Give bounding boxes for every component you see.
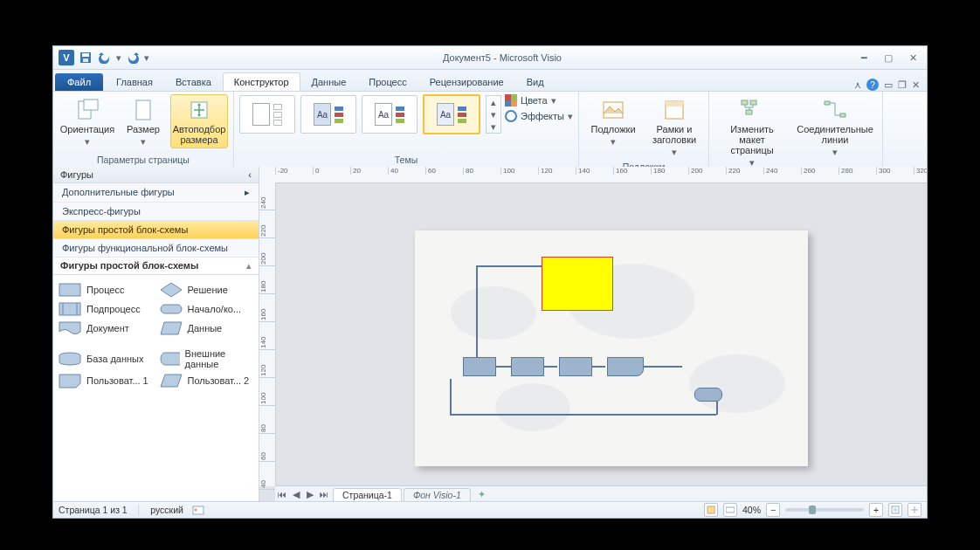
autosize-icon [187,98,211,122]
crossfunc-flowchart-item[interactable]: Фигуры функциональной блок-схемы [53,239,259,258]
size-label: Размер [127,124,160,134]
svg-rect-33 [707,506,714,513]
shape-custom2[interactable]: Пользоват... 2 [160,373,254,388]
tab-home[interactable]: Главная [105,72,164,91]
group-themes: Aa Aa Aa ▴▾▾ Цвета ▾ Эффекты ▾ [234,92,579,167]
theme-item-1[interactable] [239,95,295,134]
orientation-button[interactable]: Ориентация▾ [59,94,116,150]
ruler-corner [259,167,276,183]
backgrounds-button[interactable]: Подложки▾ [584,94,642,150]
svg-rect-15 [666,101,683,107]
svg-point-12 [506,111,516,121]
theme-gallery-scroll[interactable]: ▴▾▾ [486,95,501,134]
svg-marker-29 [59,375,80,388]
maximize-button[interactable]: ▢ [880,52,897,64]
tab-design[interactable]: Конструктор [223,72,300,91]
effects-label: Эффекты [521,111,564,121]
size-icon [131,98,155,122]
page-nav-last-icon[interactable]: ⏭ [317,489,331,499]
drawing-canvas[interactable] [275,182,927,486]
shape-custom1[interactable]: Пользоват... 1 [59,373,153,388]
relayout-button[interactable]: Изменить макет страницы▾ [714,94,790,171]
stencil-scroll-up-icon[interactable]: ▴ [246,260,252,272]
status-language[interactable]: русский [150,505,183,515]
shape-process[interactable]: Процесс [59,282,153,298]
fit-page-icon[interactable] [888,503,902,517]
gallery-more-icon[interactable]: ▾ [487,120,500,133]
theme-item-3[interactable]: Aa [362,95,418,134]
flowchart-shape[interactable] [463,357,496,376]
canvas-area: -200204060801001201401601802002202402602… [259,167,927,502]
shape-subprocess[interactable]: Подпроцесс [59,301,153,317]
zoom-slider[interactable] [785,508,864,512]
borders-button[interactable]: Рамки и заголовки▾ [645,94,703,161]
close-button[interactable]: ✕ [904,52,921,64]
shape-database[interactable]: База данных [59,348,153,369]
page-tab-add-icon[interactable]: ✦ [471,489,493,499]
zoom-level[interactable]: 40% [742,505,761,515]
chevron-right-icon: ▸ [245,187,250,198]
flowchart-shape[interactable] [511,357,544,376]
shape-decision[interactable]: Решение [160,282,254,298]
shapes-pane-collapse-icon[interactable]: ‹ [248,169,252,180]
flowchart-shape[interactable] [559,357,592,376]
workspace: Фигуры ‹ Дополнительные фигуры▸ Экспресс… [53,167,927,502]
page-tab-1[interactable]: Страница-1 [333,488,402,501]
status-bar: Страница 1 из 1 │ русский 40% − + [53,501,927,518]
zoom-in-button[interactable]: + [869,503,883,517]
svg-rect-20 [840,113,845,117]
tab-insert[interactable]: Вставка [164,72,223,91]
quick-shapes-item[interactable]: Экспресс-фигуры [53,203,259,221]
chevron-up-icon[interactable]: ▴ [487,96,500,108]
drawing-page[interactable] [415,230,808,466]
page-nav-next-icon[interactable]: ▶ [303,489,317,499]
window-minimize-doc-icon[interactable]: ▭ [884,79,893,91]
qat-dropdown-icon[interactable]: ▾ [116,52,121,64]
help-icon[interactable]: ? [866,79,879,91]
undo-icon[interactable] [97,50,113,65]
window-close-doc-icon[interactable]: ✕ [912,79,920,91]
tab-review[interactable]: Рецензирование [418,72,515,91]
tab-view[interactable]: Вид [515,72,556,91]
more-shapes-item[interactable]: Дополнительные фигуры▸ [53,183,259,203]
pan-zoom-icon[interactable] [908,503,921,517]
file-tab[interactable]: Файл [55,73,103,91]
ruler-vertical: 24022020018016014012010080604020 [259,182,276,486]
ribbon-minimize-icon[interactable]: ⋏ [854,79,861,91]
connectors-button[interactable]: Соединительные линии▾ [793,94,877,161]
flowchart-terminator[interactable] [694,388,722,402]
theme-item-4[interactable]: Aa [423,94,480,134]
flowchart-shape[interactable] [607,357,644,376]
group-page-setup: Ориентация▾ Размер▾ Автоподбор размера П… [53,92,234,167]
shape-startend[interactable]: Начало/ко... [160,301,254,317]
backgrounds-label: Подложки [590,124,635,134]
shape-external[interactable]: Внешние данные [160,348,254,369]
minimize-button[interactable]: ━ [855,52,873,64]
backgrounds-icon [601,98,625,122]
page-nav-first-icon[interactable]: ⏮ [275,489,289,499]
chevron-down-icon[interactable]: ▾ [487,108,500,120]
view-fullscreen-icon[interactable] [723,503,737,517]
highlighted-shape[interactable] [542,257,613,311]
save-icon[interactable] [78,50,93,65]
shape-data[interactable]: Данные [160,320,254,336]
theme-item-2[interactable]: Aa [300,95,356,134]
size-button[interactable]: Размер▾ [120,94,167,150]
macro-record-icon[interactable] [192,504,204,516]
redo-icon[interactable] [125,50,141,65]
tab-data[interactable]: Данные [300,72,358,91]
page-tab-background[interactable]: Фон Visio-1 [404,488,471,501]
tab-process[interactable]: Процесс [357,72,418,91]
window-restore-doc-icon[interactable]: ❐ [898,79,907,91]
page-nav-prev-icon[interactable]: ◀ [289,489,303,499]
basic-flowchart-item[interactable]: Фигуры простой блок-схемы [53,221,259,239]
effects-button[interactable]: Эффекты ▾ [505,110,573,122]
zoom-out-button[interactable]: − [766,503,780,517]
ribbon-tabs: Файл Главная Вставка Конструктор Данные … [53,70,927,92]
shape-document[interactable]: Документ [59,320,153,336]
autosize-button[interactable]: Автоподбор размера [170,94,228,148]
colors-button[interactable]: Цвета ▾ [505,94,573,107]
svg-point-32 [194,509,197,512]
view-normal-icon[interactable] [704,503,718,517]
connectors-label: Соединительные линии [796,124,874,145]
